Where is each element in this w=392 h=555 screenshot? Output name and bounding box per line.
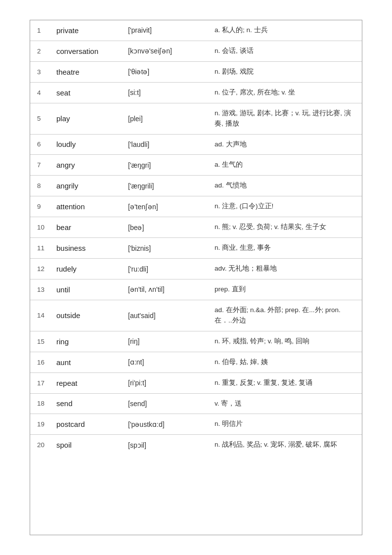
row-meaning: n. 商业, 生意, 事务 xyxy=(211,238,362,259)
row-meaning: n. 重复, 反复; v. 重复, 复述, 复诵 xyxy=(211,372,362,393)
row-word: aunt xyxy=(52,352,124,372)
row-num: 8 xyxy=(30,176,52,196)
row-word: outside xyxy=(52,300,124,331)
row-num: 18 xyxy=(30,393,52,414)
row-word: business xyxy=(52,238,124,259)
row-num: 2 xyxy=(30,41,52,61)
vocab-table-container: 1 private ['praivit] a. 私人的; n. 士兵 2 con… xyxy=(30,20,362,535)
row-num: 4 xyxy=(30,82,52,103)
table-row: 2 conversation [kɔnvə'seiʃən] n. 会话, 谈话 xyxy=(30,41,362,61)
vocab-table: 1 private ['praivit] a. 私人的; n. 士兵 2 con… xyxy=(30,20,362,455)
table-row: 16 aunt [ɑ:nt] n. 伯母, 姑, 婶, 姨 xyxy=(30,352,362,372)
row-word: ring xyxy=(52,331,124,352)
row-num: 10 xyxy=(30,217,52,238)
row-phonetic: ['laudli] xyxy=(124,134,211,155)
row-word: loudly xyxy=(52,134,124,155)
row-meaning: n. 环, 戒指, 铃声; v. 响, 鸣, 回响 xyxy=(211,331,362,352)
row-num: 16 xyxy=(30,352,52,372)
table-row: 17 repeat [ri'pi:t] n. 重复, 反复; v. 重复, 复述… xyxy=(30,372,362,393)
row-word: send xyxy=(52,393,124,414)
row-meaning: n. 游戏, 游玩, 剧本, 比赛；v. 玩, 进行比赛, 演奏, 播放 xyxy=(211,103,362,134)
row-phonetic: [ɑ:nt] xyxy=(124,352,211,372)
row-meaning: n. 熊; v. 忍受, 负荷; v. 结果实, 生子女 xyxy=(211,217,362,238)
row-num: 19 xyxy=(30,414,52,435)
row-word: until xyxy=(52,279,124,300)
row-word: angrily xyxy=(52,176,124,196)
row-meaning: n. 会话, 谈话 xyxy=(211,41,362,61)
row-phonetic: ['æŋgri] xyxy=(124,155,211,176)
table-row: 6 loudly ['laudli] ad. 大声地 xyxy=(30,134,362,155)
row-phonetic: ['θiətə] xyxy=(124,61,211,82)
row-num: 7 xyxy=(30,155,52,176)
row-num: 6 xyxy=(30,134,52,155)
row-meaning: ad. 大声地 xyxy=(211,134,362,155)
row-num: 12 xyxy=(30,259,52,279)
row-phonetic: [si:t] xyxy=(124,82,211,103)
row-num: 3 xyxy=(30,61,52,82)
row-phonetic: ['æŋgrili] xyxy=(124,176,211,196)
row-num: 20 xyxy=(30,435,52,455)
row-word: private xyxy=(52,20,124,41)
row-word: postcard xyxy=(52,414,124,435)
row-phonetic: [riŋ] xyxy=(124,331,211,352)
row-meaning: ad. 在外面; n.&a. 外部; prep. 在...外; pron. 在．… xyxy=(211,300,362,331)
row-meaning: adv. 无礼地；粗暴地 xyxy=(211,259,362,279)
table-row: 10 bear [beə] n. 熊; v. 忍受, 负荷; v. 结果实, 生… xyxy=(30,217,362,238)
row-phonetic: [spɔil] xyxy=(124,435,211,455)
row-num: 9 xyxy=(30,196,52,217)
row-meaning: n. 战利品, 奖品; v. 宠坏, 溺爱, 破坏, 腐坏 xyxy=(211,435,362,455)
row-num: 14 xyxy=(30,300,52,331)
row-phonetic: [ri'pi:t] xyxy=(124,372,211,393)
row-num: 1 xyxy=(30,20,52,41)
row-num: 11 xyxy=(30,238,52,259)
row-phonetic: [aut'said] xyxy=(124,300,211,331)
table-row: 7 angry ['æŋgri] a. 生气的 xyxy=(30,155,362,176)
table-row: 18 send [send] v. 寄，送 xyxy=(30,393,362,414)
row-word: theatre xyxy=(52,61,124,82)
row-num: 17 xyxy=(30,372,52,393)
row-word: bear xyxy=(52,217,124,238)
row-phonetic: [send] xyxy=(124,393,211,414)
row-word: spoil xyxy=(52,435,124,455)
row-word: rudely xyxy=(52,259,124,279)
row-meaning: n. 位子, 席次, 所在地; v. 坐 xyxy=(211,82,362,103)
table-row: 19 postcard ['pəustkɑ:d] n. 明信片 xyxy=(30,414,362,435)
row-meaning: a. 生气的 xyxy=(211,155,362,176)
row-word: attention xyxy=(52,196,124,217)
table-row: 12 rudely ['ru:dli] adv. 无礼地；粗暴地 xyxy=(30,259,362,279)
row-meaning: ad. 气愤地 xyxy=(211,176,362,196)
row-meaning: n. 注意, (口令)立正! xyxy=(211,196,362,217)
row-num: 13 xyxy=(30,279,52,300)
table-row: 8 angrily ['æŋgrili] ad. 气愤地 xyxy=(30,176,362,196)
row-word: seat xyxy=(52,82,124,103)
table-row: 4 seat [si:t] n. 位子, 席次, 所在地; v. 坐 xyxy=(30,82,362,103)
row-word: play xyxy=(52,103,124,134)
row-meaning: v. 寄，送 xyxy=(211,393,362,414)
table-row: 15 ring [riŋ] n. 环, 戒指, 铃声; v. 响, 鸣, 回响 xyxy=(30,331,362,352)
row-word: angry xyxy=(52,155,124,176)
row-phonetic: [ən'til, ʌn'til] xyxy=(124,279,211,300)
row-meaning: n. 剧场, 戏院 xyxy=(211,61,362,82)
table-row: 20 spoil [spɔil] n. 战利品, 奖品; v. 宠坏, 溺爱, … xyxy=(30,435,362,455)
row-meaning: a. 私人的; n. 士兵 xyxy=(211,20,362,41)
row-phonetic: [kɔnvə'seiʃən] xyxy=(124,41,211,61)
table-row: 1 private ['praivit] a. 私人的; n. 士兵 xyxy=(30,20,362,41)
row-meaning: n. 明信片 xyxy=(211,414,362,435)
table-row: 3 theatre ['θiətə] n. 剧场, 戏院 xyxy=(30,61,362,82)
table-row: 14 outside [aut'said] ad. 在外面; n.&a. 外部;… xyxy=(30,300,362,331)
row-meaning: n. 伯母, 姑, 婶, 姨 xyxy=(211,352,362,372)
table-row: 13 until [ən'til, ʌn'til] prep. 直到 xyxy=(30,279,362,300)
table-row: 11 business ['biznis] n. 商业, 生意, 事务 xyxy=(30,238,362,259)
row-word: conversation xyxy=(52,41,124,61)
table-row: 9 attention [ə'tenʃən] n. 注意, (口令)立正! xyxy=(30,196,362,217)
row-phonetic: [beə] xyxy=(124,217,211,238)
row-num: 15 xyxy=(30,331,52,352)
row-word: repeat xyxy=(52,372,124,393)
row-num: 5 xyxy=(30,103,52,134)
row-phonetic: [ə'tenʃən] xyxy=(124,196,211,217)
row-phonetic: ['ru:dli] xyxy=(124,259,211,279)
row-phonetic: ['biznis] xyxy=(124,238,211,259)
table-row: 5 play [plei] n. 游戏, 游玩, 剧本, 比赛；v. 玩, 进行… xyxy=(30,103,362,134)
row-meaning: prep. 直到 xyxy=(211,279,362,300)
row-phonetic: ['praivit] xyxy=(124,20,211,41)
